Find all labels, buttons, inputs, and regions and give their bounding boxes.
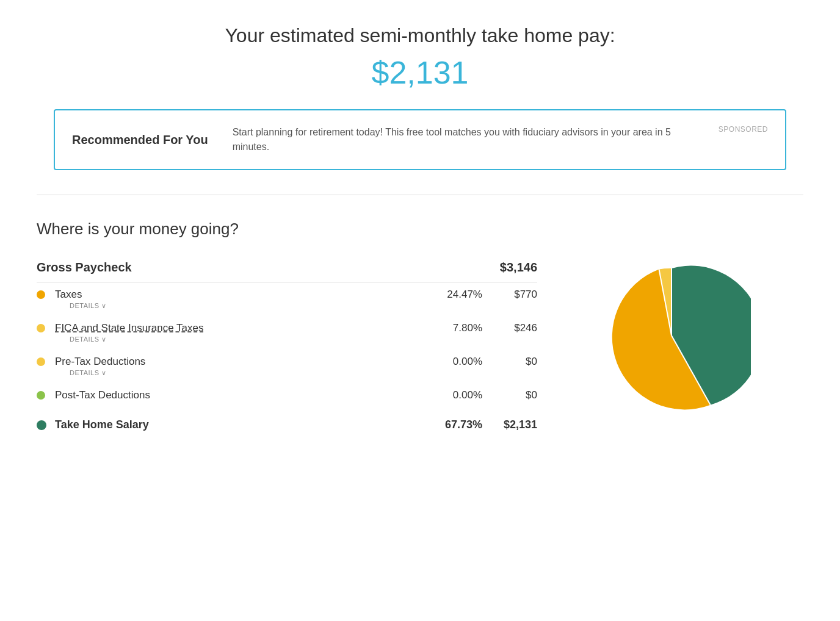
gross-amount: $3,146 (482, 253, 537, 282)
estimated-label: Your estimated semi-monthly take home pa… (37, 24, 803, 47)
table-row: FICA and State Insurance Taxes DETAILS 7… (37, 316, 537, 350)
taxes-dot (37, 290, 45, 299)
taxes-pct: 24.47% (421, 282, 482, 317)
fica-details-link[interactable]: DETAILS (70, 336, 107, 343)
table-row: Pre-Tax Deductions DETAILS 0.00% $0 (37, 350, 537, 383)
pretax-dot (37, 357, 45, 366)
posttax-dot (37, 391, 45, 400)
ad-box[interactable]: Recommended For You Start planning for r… (54, 109, 786, 170)
table-row: Taxes DETAILS 24.47% $770 (37, 282, 537, 317)
takehome-dot (37, 420, 46, 430)
chart-section (574, 220, 769, 415)
breakdown-table-section: Where is your money going? Gross Paychec… (37, 220, 537, 434)
posttax-amount: $0 (482, 383, 537, 410)
takehome-label: Take Home Salary (55, 418, 421, 431)
pretax-details-link[interactable]: DETAILS (70, 369, 107, 377)
take-home-amount: $2,131 (37, 54, 803, 91)
where-heading: Where is your money going? (37, 220, 537, 239)
money-section: Where is your money going? Gross Paychec… (37, 220, 769, 434)
ad-sponsored-label: SPONSORED (719, 125, 768, 134)
pie-chart (592, 256, 751, 415)
breakdown-table: Gross Paycheck $3,146 Taxes DETAILS (37, 253, 537, 434)
fica-amount: $246 (482, 316, 537, 350)
ad-text: Start planning for retirement today! Thi… (233, 125, 694, 154)
pretax-label: Pre-Tax Deductions (55, 356, 145, 368)
take-home-salary-row: Take Home Salary 67.73% $2,131 (37, 410, 537, 434)
section-divider (37, 195, 803, 195)
ad-recommended-label: Recommended For You (72, 133, 208, 147)
pretax-amount: $0 (482, 350, 537, 383)
takehome-pct: 67.73% (421, 410, 482, 434)
pretax-pct: 0.00% (421, 350, 482, 383)
table-row: Post-Tax Deductions 0.00% $0 (37, 383, 537, 410)
fica-pct: 7.80% (421, 316, 482, 350)
fica-label: FICA and State Insurance Taxes (55, 322, 204, 334)
gross-paycheck-row: Gross Paycheck $3,146 (37, 253, 537, 282)
takehome-amount: $2,131 (482, 410, 537, 434)
taxes-label: Taxes (55, 289, 82, 301)
gross-label: Gross Paycheck (37, 253, 421, 282)
fica-dot (37, 324, 45, 332)
posttax-label: Post-Tax Deductions (55, 389, 150, 401)
posttax-pct: 0.00% (421, 383, 482, 410)
header-section: Your estimated semi-monthly take home pa… (37, 24, 803, 91)
taxes-details-link[interactable]: DETAILS (70, 302, 107, 310)
taxes-amount: $770 (482, 282, 537, 317)
